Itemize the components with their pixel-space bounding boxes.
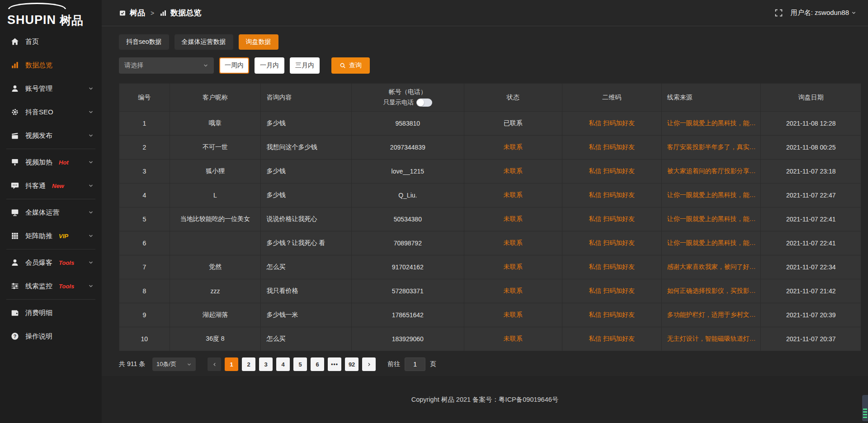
- page-button-1[interactable]: 1: [225, 357, 238, 371]
- wallet-icon: [11, 309, 19, 317]
- sidebar-item-data-overview[interactable]: 数据总览: [0, 53, 102, 77]
- table-row: 3 狐小狸 多少钱 love__1215 未联系 私信 扫码加好友 被大家追着问…: [119, 160, 861, 183]
- cell-qrcode-link: 私信 扫码加好友: [562, 327, 661, 351]
- topbar: 树品 > 数据总览 用户名: zswodun88: [102, 0, 868, 26]
- cell-qrcode-link: 私信 扫码加好友: [562, 112, 661, 136]
- main-area: 树品 > 数据总览 用户名: zswodun88 抖音seo数据 全媒体运营数据…: [102, 0, 868, 423]
- chevron-down-icon: [187, 362, 192, 367]
- phone-only-toggle[interactable]: [416, 99, 432, 107]
- range-button-month[interactable]: 一月内: [255, 57, 284, 74]
- cell-status: 未联系: [464, 303, 562, 327]
- corner-widget[interactable]: [862, 395, 868, 421]
- cell-date: 2021-11-07 22:41: [761, 207, 861, 231]
- col-header-content: 咨询内容: [261, 84, 351, 112]
- cell-status: 未联系: [464, 279, 562, 303]
- sidebar-item-douketong[interactable]: 抖客通 New: [0, 174, 102, 197]
- fullscreen-icon[interactable]: [775, 9, 783, 17]
- page-button-3[interactable]: 3: [259, 357, 273, 371]
- brand-name-cn: 树品: [60, 14, 83, 26]
- menu-divider: [6, 199, 95, 199]
- page-button-92[interactable]: 92: [345, 357, 359, 371]
- cell-source-link: 多功能护栏灯，适用于乡村文…: [661, 303, 761, 327]
- cell-status: 未联系: [464, 231, 562, 255]
- tab-douyin-seo-data[interactable]: 抖音seo数据: [119, 34, 169, 50]
- range-button-quarter[interactable]: 三月内: [290, 57, 320, 74]
- page-size-value: 10条/页: [156, 360, 176, 368]
- account-select[interactable]: 请选择: [119, 57, 214, 74]
- cell-source-link: 让你一眼就爱上的黑科技，能…: [661, 207, 761, 231]
- cell-nickname: zzz: [170, 279, 261, 303]
- sidebar-item-douyin-seo[interactable]: 抖音SEO: [0, 100, 102, 124]
- sidebar-item-label: 账号管理: [25, 85, 52, 93]
- menu-divider: [6, 299, 95, 300]
- cell-account: 178651642: [351, 303, 464, 327]
- page-size-select[interactable]: 10条/页: [152, 357, 196, 371]
- table-header-row: 编号 客户昵称 咨询内容 帐号（电话） 只显示电话 状态 二维码 线索来源 询盘…: [119, 84, 861, 112]
- page-button-6[interactable]: 6: [311, 357, 324, 371]
- tab-inquiry-data[interactable]: 询盘数据: [239, 34, 278, 50]
- table-row: 1 哦章 多少钱 9583810 已联系 私信 扫码加好友 让你一眼就爱上的黑科…: [119, 112, 861, 136]
- cell-nickname: [170, 231, 261, 255]
- table-row: 5 当地比较能吃的一位美女 说说价格让我死心 50534380 未联系 私信 扫…: [119, 207, 861, 231]
- brand-name-en: SHUPIN: [7, 14, 56, 26]
- sidebar-item-label: 操作说明: [25, 332, 52, 341]
- next-page-button[interactable]: [362, 357, 376, 371]
- cell-status: 未联系: [464, 255, 562, 279]
- cell-nickname: 湖起湖落: [170, 303, 261, 327]
- breadcrumb-chart-icon: [160, 9, 167, 17]
- cell-content: 多少钱: [261, 112, 351, 136]
- cell-source-link: 感谢大家喜欢我家，被问了好…: [661, 255, 761, 279]
- cell-nickname: 当地比较能吃的一位美女: [170, 207, 261, 231]
- cell-date: 2021-11-08 12:28: [761, 112, 861, 136]
- cell-no: 1: [119, 112, 170, 136]
- sidebar-item-lead-monitoring[interactable]: 线索监控 Tools: [0, 274, 102, 298]
- cell-account: 50534380: [351, 207, 464, 231]
- sidebar-item-account-management[interactable]: 账号管理: [0, 77, 102, 100]
- screen-brush-icon: [11, 158, 19, 166]
- corner-widget-bars: [863, 409, 867, 418]
- sidebar-item-home[interactable]: 首页: [0, 30, 102, 53]
- user-menu[interactable]: 用户名: zswodun88: [791, 9, 856, 17]
- bar-chart-icon: [11, 61, 19, 69]
- search-button[interactable]: 查询: [331, 57, 370, 74]
- cell-content: 多少钱: [261, 160, 351, 183]
- app-logo[interactable]: SHUPIN 树品: [0, 0, 102, 26]
- sidebar-item-member-burst[interactable]: 会员爆客 Tools: [0, 251, 102, 274]
- goto-page-input[interactable]: [405, 357, 425, 371]
- range-button-week[interactable]: 一周内: [219, 57, 249, 74]
- cell-nickname: 哦章: [170, 112, 261, 136]
- person-icon: [11, 258, 19, 267]
- data-tabs: 抖音seo数据 全媒体运营数据 询盘数据: [119, 34, 861, 50]
- cell-qrcode-link: 私信 扫码加好友: [562, 207, 661, 231]
- table-row: 6 多少钱？让我死心 看 70898792 未联系 私信 扫码加好友 让你一眼就…: [119, 231, 861, 255]
- copyright-text: Copyright 树品 2021 备案号：粤ICP备09019646号: [411, 395, 559, 404]
- cell-nickname: 觉然: [170, 255, 261, 279]
- more-pages-button[interactable]: •••: [328, 357, 341, 371]
- col-header-date: 询盘日期: [761, 84, 861, 112]
- page-button-2[interactable]: 2: [242, 357, 255, 371]
- cell-status: 未联系: [464, 183, 562, 207]
- cell-qrcode-link: 私信 扫码加好友: [562, 255, 661, 279]
- page-button-5[interactable]: 5: [293, 357, 307, 371]
- sidebar-item-consumption-details[interactable]: 消费明细: [0, 301, 102, 324]
- sidebar-item-label: 数据总览: [25, 61, 52, 70]
- page-button-4[interactable]: 4: [276, 357, 290, 371]
- sidebar-item-omnimedia-operation[interactable]: 全媒体运营: [0, 201, 102, 224]
- prev-page-button[interactable]: [208, 357, 221, 371]
- sidebar-item-video-publish[interactable]: 视频发布: [0, 124, 102, 147]
- sidebar-item-operation-guide[interactable]: 操作说明: [0, 324, 102, 348]
- cell-no: 2: [119, 136, 170, 160]
- cell-no: 9: [119, 303, 170, 327]
- sidebar-item-video-heating[interactable]: 视频加热 Hot: [0, 150, 102, 174]
- cell-account: 183929060: [351, 327, 464, 351]
- chevron-down-icon: [88, 260, 94, 265]
- tab-omnimedia-data[interactable]: 全媒体运营数据: [175, 34, 233, 50]
- cell-date: 2021-11-07 20:39: [761, 303, 861, 327]
- cell-date: 2021-11-07 22:34: [761, 255, 861, 279]
- sidebar-item-label: 视频发布: [25, 132, 52, 140]
- monitor-icon: [11, 208, 19, 216]
- breadcrumb-root[interactable]: 树品: [130, 8, 145, 18]
- sidebar-item-matrix-boost[interactable]: 矩阵助推 VIP: [0, 224, 102, 248]
- col-header-nickname: 客户昵称: [170, 84, 261, 112]
- cell-content: 我只看价格: [261, 279, 351, 303]
